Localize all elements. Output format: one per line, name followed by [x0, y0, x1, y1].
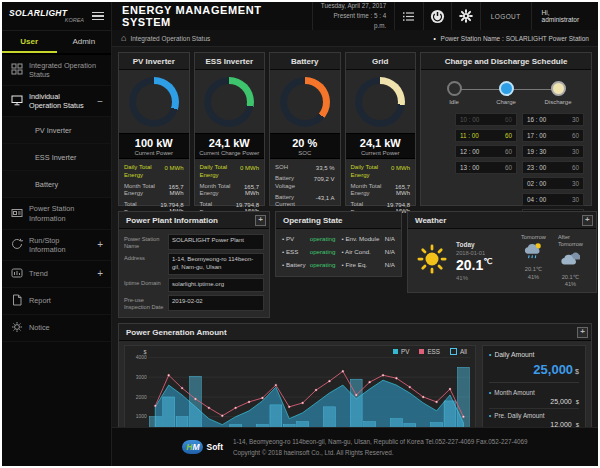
amount-row: •Pre. Daily Amount12,000 $: [489, 409, 579, 428]
plant-info-value: 2019-02-02: [168, 295, 264, 311]
operating-state-row: Fire Eq.N/A: [342, 261, 396, 268]
sidebar-item-notice[interactable]: Notice: [2, 315, 111, 342]
sidebar-menu: Integrated Operation StatusIndividual Op…: [2, 55, 111, 342]
operating-state-title: Operating State: [276, 212, 401, 229]
expand-plus-button[interactable]: +: [255, 215, 266, 226]
expand-toggle[interactable]: +: [97, 239, 105, 250]
grid-gauge: [355, 77, 405, 127]
generation-title: Power Generation Amount +: [119, 324, 591, 341]
detail-row: Battery Voltage709,2 V: [275, 175, 335, 190]
schedule-slot[interactable]: 10 : 0060: [455, 113, 517, 126]
battery-panel-title: Battery: [270, 53, 340, 70]
weather-panel: Weather + Today 2018-01-01 20.1℃ 41% Tom…: [407, 211, 597, 293]
sidebar-tabs: User Admin: [2, 31, 111, 55]
tab-user[interactable]: User: [2, 31, 57, 53]
logo-text: SOLARLIGHT: [9, 9, 92, 18]
main-content: PV Inverter 100 kW Current Power Daily T…: [112, 47, 598, 428]
sidebar-item-trend[interactable]: Trend+: [2, 261, 111, 288]
schedule-slot[interactable]: 11 : 0060: [455, 129, 517, 142]
operating-state-row: PVoperating: [282, 235, 336, 242]
operating-state-row: ESSoperating: [282, 248, 336, 255]
forecast-block: After Tomorrow20.1℃41%: [558, 234, 583, 288]
state-idle[interactable]: Idle: [433, 81, 475, 105]
top-header: ENERGY MANAGEMENT SYSTEM Tuesday, April …: [112, 2, 598, 31]
app-window: SOLARLIGHT KOREA User Admin Integrated O…: [2, 2, 598, 466]
ess-value-box: 24,1 kW Current Charge Power: [195, 133, 265, 159]
svg-text:1000: 1000: [136, 414, 147, 419]
footer: HM Soft 1-14, Beomyeong-ro 114beon-gil, …: [112, 427, 598, 466]
amounts-panel: •Daily Amount 25,000$ •Month Amount25,00…: [482, 345, 586, 428]
plant-info-value: 1-14, Beomyeong-ro 114beon-gil, Nam-gu, …: [168, 253, 264, 275]
sidebar-subitem-pv-inverter[interactable]: PV Inverter: [2, 117, 111, 144]
expand-toggle[interactable]: +: [97, 268, 105, 279]
page-title: ENERGY MANAGEMENT SYSTEM: [122, 4, 312, 28]
weather-forecast: Tomorrow20.1℃41%After Tomorrow20.1℃41%: [521, 234, 587, 288]
schedule-slot[interactable]: 12 : 0060: [455, 145, 517, 158]
gear-icon[interactable]: [451, 2, 479, 30]
list-icon[interactable]: [394, 2, 422, 30]
sidebar-subitem-battery[interactable]: Battery: [2, 171, 111, 198]
id-card-icon: [11, 207, 23, 221]
detail-row: Daily Total Energy0 MWh: [124, 164, 184, 179]
operating-state-panel: Operating State PVoperatingESSoperatingB…: [275, 211, 402, 277]
amount-row: •Month Amount25,000 $: [489, 386, 579, 409]
state-discharge[interactable]: Discharge: [537, 81, 579, 105]
tab-admin[interactable]: Admin: [57, 31, 112, 53]
power-generation-panel: Power Generation Amount + PVESSAll 01000…: [118, 323, 592, 428]
sidebar-item-report[interactable]: Report: [2, 288, 111, 315]
schedule-slot[interactable]: 04 : 0030: [522, 193, 584, 206]
svg-text:2000: 2000: [136, 395, 147, 400]
weather-today: Today 2018-01-01 20.1℃ 41%: [456, 241, 512, 281]
sidebar-subitem-ess-inverter[interactable]: ESS Inverter: [2, 144, 111, 171]
grid-panel-title: Grid: [346, 53, 416, 70]
expand-plus-button[interactable]: +: [582, 215, 593, 226]
svg-text:4000: 4000: [136, 355, 147, 360]
schedule-title: Charge and Discharge Schedule: [421, 53, 591, 70]
legend-item-all[interactable]: All: [450, 348, 467, 355]
sidebar: SOLARLIGHT KOREA User Admin Integrated O…: [2, 2, 112, 466]
schedule-slot[interactable]: 23 : 0060: [522, 161, 584, 174]
discharge-slot-list: 16 : 003017 : 006019 : 303023 : 006002 :…: [522, 113, 584, 222]
sidebar-item-label: Report: [29, 296, 105, 305]
grid-current-power: 24,1 kW: [346, 137, 416, 149]
present-time: Present time : 5 : 4 p.m.: [321, 11, 387, 31]
svg-text:3000: 3000: [136, 375, 147, 380]
schedule-slot[interactable]: 17 : 0060: [522, 129, 584, 142]
sidebar-item-label: Integrated Operation Status: [29, 61, 105, 79]
grid-value-box: 24,1 kW Current Power: [346, 133, 416, 159]
chart-canvas[interactable]: 01000200030004000$00h02h04h06h08h10h12h1…: [125, 346, 475, 428]
detail-row: Month Total Energy165,7 MWh: [351, 183, 411, 198]
expand-plus-button[interactable]: +: [577, 327, 588, 338]
sidebar-item-label: Battery: [35, 180, 105, 189]
schedule-slot[interactable]: 16 : 0030: [522, 113, 584, 126]
legend-item-ess[interactable]: ESS: [419, 348, 440, 355]
hmsoft-logo: HM Soft: [182, 440, 223, 454]
state-charge[interactable]: Charge: [485, 81, 527, 105]
sidebar-item-individual-operation-status[interactable]: Individual Operation Status−: [2, 86, 111, 117]
schedule-slot[interactable]: 19 : 3030: [522, 145, 584, 158]
schedule-slot[interactable]: 13 : 0060: [455, 161, 517, 174]
battery-gauge: [280, 77, 330, 127]
idle-dot-icon: [447, 81, 462, 96]
schedule-slot[interactable]: 02 : 0030: [522, 177, 584, 190]
expand-toggle[interactable]: −: [97, 96, 105, 107]
sidebar-item-integrated-operation-status[interactable]: Integrated Operation Status: [2, 55, 111, 86]
sidebar-item-power-station-information[interactable]: Power Station Information: [2, 198, 111, 229]
power-icon[interactable]: [423, 2, 451, 30]
sidebar-item-run-stop-information[interactable]: Run/Stop Information+: [2, 230, 111, 261]
legend-item-pv[interactable]: PV: [393, 348, 409, 355]
station-name: • Power Station Name : SOLARLIGHT Power …: [434, 35, 589, 42]
logout-button[interactable]: LOGOUT: [480, 2, 531, 30]
pv-gauge: [129, 77, 179, 127]
today-humidity: 41%: [456, 275, 512, 282]
menu-toggle-icon[interactable]: [92, 10, 104, 23]
grid-icon: [11, 63, 23, 77]
daily-amount: •Daily Amount 25,000$: [489, 351, 579, 383]
plant-info-value: SOLARLIGHT Power Plant: [168, 234, 264, 250]
operating-state-row: Env. ModuleN/A: [342, 235, 396, 242]
footer-address: 1-14, Beomyeong-ro 114beon-gil, Nam-gu, …: [233, 436, 528, 447]
breadcrumb: Integrated Operation Status: [130, 35, 210, 42]
charge-dot-icon: [499, 81, 514, 96]
charge-slot-list: 10 : 006011 : 006012 : 006013 : 0060: [455, 113, 517, 222]
home-icon: ⌂: [121, 34, 126, 43]
